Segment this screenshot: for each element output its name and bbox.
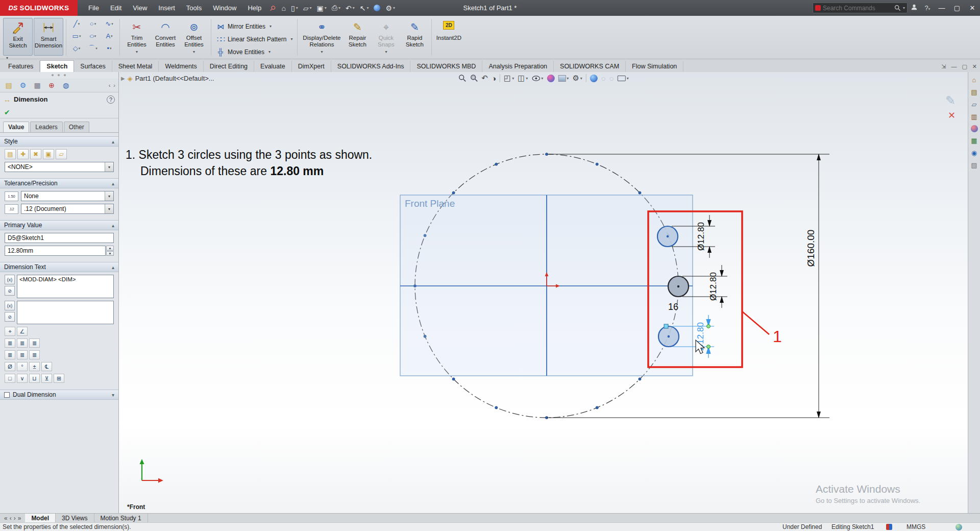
panel-prev-icon[interactable]: ‹ [109,82,111,88]
appearances-icon[interactable] [971,125,978,132]
render-state-2-button[interactable]: ◌ [609,74,614,83]
precision-dropdown[interactable]: .12 (Document) ▾ [21,204,114,214]
preview-window-button[interactable]: ▾ [618,76,629,81]
move-entities-button[interactable]: ╬ Move Entities [214,46,295,57]
design-library-icon[interactable]: ▤ [971,88,977,96]
primary-value-section-header[interactable]: Primary Value [0,220,118,230]
polygon-tool-button[interactable]: ◇ [69,42,84,54]
minimize-button[interactable]: — [934,0,949,16]
tree-expand-icon[interactable]: ▶ [121,76,125,81]
menu-edit[interactable]: Edit [106,2,126,14]
front-plane-label[interactable]: Front Plane [405,198,455,209]
sketch-canvas[interactable]: Front Plane Ø160.00 [119,72,968,513]
rectangle-tool-button[interactable]: ▭ [69,30,84,42]
smart-dimension-button[interactable]: Smart Dimension [34,18,63,56]
cancel-sketch-icon[interactable]: ✕ [948,110,955,121]
help-button[interactable]: ?▾ [921,4,934,12]
confirm-sketch-icon[interactable]: ✎ [945,93,955,108]
degree-symbol-button[interactable]: ° [17,362,28,371]
doc-pin-icon[interactable]: ⇲ [941,63,946,70]
repair-sketch-button[interactable]: ✎ Repair Sketch [343,18,372,56]
custom-properties-icon[interactable]: ▦ [971,137,977,144]
feature-tree-breadcrumb[interactable]: ▶ ◈ Part1 (Default<<Default>... [121,75,214,82]
doc-minimize-icon[interactable]: — [951,63,957,70]
circle-middle-center-point[interactable] [677,285,679,287]
tab-dimxpert[interactable]: DimXpert [292,61,331,72]
add-style-button[interactable]: ✚ [17,149,29,159]
tab-features[interactable]: Features [2,61,40,72]
circle-bottom-center-point[interactable] [668,335,670,337]
center-dimension-button[interactable]: ⌖ [5,327,15,336]
propertymanager-tab-icon[interactable]: ⚙ [17,81,29,89]
previous-view-button[interactable]: ↶ [481,74,488,83]
panel-next-icon[interactable]: › [113,82,115,88]
dimension-value-token-icon-2[interactable]: (x) [5,301,15,310]
view-orientation-button[interactable]: ◰▾ [504,74,514,83]
justify-center-button[interactable]: ≣ [17,339,28,348]
displaymanager-tab-icon[interactable]: ◍ [60,81,71,89]
breadcrumb-text[interactable]: Part1 (Default<<Default>... [135,75,214,82]
section-view-button[interactable]: ◑ [492,74,496,83]
pin-menu-icon[interactable]: ⚲ [268,3,278,13]
middle-circle-dimension-text[interactable]: Ø12.80 [708,272,718,301]
tab-flow-simulation[interactable]: Flow Simulation [626,61,683,72]
tab-solidworks-add-ins[interactable]: SOLIDWORKS Add-Ins [331,61,411,72]
selection-handle[interactable] [664,324,668,328]
tab-sketch[interactable]: Sketch [40,60,74,72]
last-tab-icon[interactable]: » [18,515,21,522]
menu-window[interactable]: Window [208,2,241,14]
diameter-token-icon-2[interactable]: ⊘ [5,312,15,322]
zoom-to-fit-button[interactable] [458,74,466,82]
file-explorer-icon[interactable]: ▱ [972,101,977,108]
dimension-text-area-2[interactable] [17,301,114,324]
forum-icon[interactable]: ◉ [971,149,977,157]
maximize-button[interactable]: ▢ [949,0,965,16]
dimension-text-section-header[interactable]: Dimension Text [0,262,118,272]
countersink-symbol-button[interactable]: ∨ [17,374,28,383]
3d-experience-button[interactable] [590,75,598,82]
dual-dimension-section[interactable]: Dual Dimension [0,390,118,400]
spin-up-icon[interactable]: ▲ [106,246,114,251]
diameter-symbol-button[interactable]: Ø [5,362,15,371]
tab-model[interactable]: Model [25,514,56,522]
menu-file[interactable]: File [84,2,104,14]
search-icon[interactable] [894,5,901,11]
menu-tools[interactable]: Tools [182,2,206,14]
tab-other[interactable]: Other [64,122,89,132]
justify-bottom-button[interactable]: ≣ [29,350,40,359]
featuremanager-tab-icon[interactable]: ▤ [3,81,14,89]
edit-appearance-button[interactable] [547,75,554,82]
graphics-area[interactable]: ▶ ◈ Part1 (Default<<Default>... ↶ ◑ ◰▾ ◫… [119,72,968,513]
justify-right-button[interactable]: ≣ [29,339,40,348]
menu-view[interactable]: View [128,2,152,14]
offset-entities-button[interactable]: ⊚ Offset Entities [180,18,208,56]
instant2d-button[interactable]: 2D Instant2D [434,18,463,56]
panel-grip[interactable]: ● ● ● [0,72,118,78]
exit-sketch-button[interactable]: Exit Sketch [3,18,33,56]
square-symbol-button[interactable]: □ [5,374,15,383]
select-button[interactable]: ↖▾ [358,3,371,13]
print-button[interactable]: ⎙▾ [330,3,342,13]
tab-direct-editing[interactable]: Direct Editing [204,61,254,72]
justify-top-button[interactable]: ≣ [5,350,15,359]
display-style-button[interactable]: ◫▾ [518,74,528,83]
rapid-sketch-button[interactable]: ✎ Rapid Sketch [400,18,429,56]
task-home-icon[interactable]: ⌂ [972,76,976,84]
apply-scene-button[interactable]: ▾ [558,75,569,82]
justify-middle-button[interactable]: ≣ [17,350,28,359]
dimension-handle-top[interactable] [707,325,710,328]
more-symbols-button[interactable]: ⊞ [54,374,64,383]
save-button[interactable]: ▣▾ [314,3,328,13]
linear-sketch-pattern-button[interactable]: ∷∷ Linear Sketch Pattern [214,34,295,44]
tab-solidworks-mbd[interactable]: SOLIDWORKS MBD [410,61,482,72]
tab-leaders[interactable]: Leaders [30,122,62,132]
spline-tool-button[interactable]: ∿ [102,18,117,30]
scene-tab-icon[interactable]: ▨ [971,161,977,169]
home-button[interactable]: ⌂ [279,3,287,13]
tolerance-type-dropdown[interactable]: None ▾ [21,191,114,201]
status-globe-icon[interactable] [955,524,962,530]
load-style-button[interactable]: ▱ [56,149,67,159]
tab-weldments[interactable]: Weldments [159,61,203,72]
command-search[interactable]: ▾ [813,3,908,13]
value-spinner[interactable]: ▲▼ [106,246,114,256]
